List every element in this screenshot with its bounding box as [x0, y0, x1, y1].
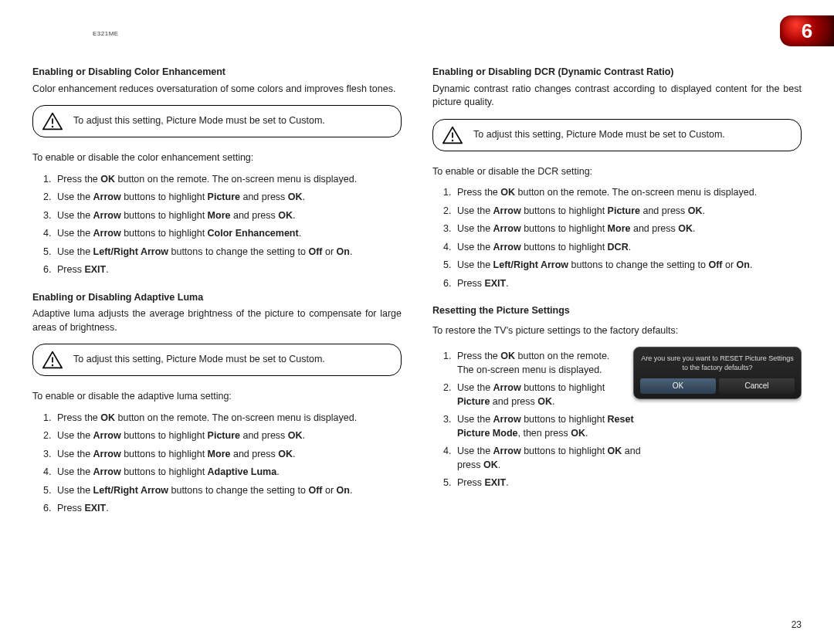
- note-box: To adjust this setting, Picture Mode mus…: [32, 105, 402, 137]
- dialog-buttons: OK Cancel: [640, 378, 795, 394]
- step: Press the OK button on the remote. The o…: [54, 412, 402, 425]
- step: Use the Arrow buttons to highlight Color…: [54, 227, 402, 241]
- warning-icon: [42, 351, 63, 369]
- svg-point-5: [52, 364, 53, 366]
- dialog-message: Are you sure you want to RESET Picture S…: [640, 354, 795, 372]
- heading-dcr: Enabling or Disabling DCR (Dynamic Contr…: [432, 66, 802, 80]
- heading-adaptive-luma: Enabling or Disabling Adaptive Luma: [32, 291, 402, 305]
- columns: Enabling or Disabling Color Enhancement …: [32, 66, 802, 530]
- step: Use the Arrow buttons to highlight More …: [54, 448, 402, 462]
- intro-text: Color enhancement reduces oversaturation…: [32, 83, 402, 97]
- page-number: 23: [792, 619, 802, 632]
- step: Use the Arrow buttons to highlight Reset…: [454, 413, 658, 440]
- step: Use the Arrow buttons to highlight Pictu…: [54, 429, 402, 443]
- intro-text: Adaptive luma adjusts the average bright…: [32, 307, 402, 334]
- step: Use the Arrow buttons to highlight Pictu…: [454, 381, 658, 408]
- lead-text: To enable or disable the DCR setting:: [432, 165, 802, 179]
- heading-color-enhancement: Enabling or Disabling Color Enhancement: [32, 66, 402, 80]
- dialog-cancel-button[interactable]: Cancel: [719, 378, 795, 394]
- heading-reset-picture: Resetting the Picture Settings: [432, 304, 802, 318]
- note-text: To adjust this setting, Picture Mode mus…: [73, 114, 325, 128]
- step: Use the Arrow buttons to highlight Pictu…: [454, 205, 802, 219]
- right-column: Enabling or Disabling DCR (Dynamic Contr…: [432, 66, 802, 530]
- warning-icon: [442, 126, 463, 144]
- intro-text: To restore the TV's picture settings to …: [432, 324, 802, 338]
- note-text: To adjust this setting, Picture Mode mus…: [73, 353, 325, 367]
- step: Use the Arrow buttons to highlight More …: [454, 222, 802, 236]
- model-number: E321ME: [93, 29, 119, 38]
- page: E321ME 6 Enabling or Disabling Color Enh…: [0, 0, 834, 644]
- svg-point-2: [52, 126, 53, 127]
- chapter-badge: 6: [780, 15, 834, 46]
- step: Use the Arrow buttons to highlight Pictu…: [54, 191, 402, 205]
- steps-list: Press the OK button on the remote. The o…: [432, 186, 802, 290]
- steps-list: Press the OK button on the remote. The o…: [32, 412, 402, 516]
- step: Press the OK button on the remote. The o…: [454, 186, 802, 200]
- step: Press EXIT.: [454, 277, 802, 291]
- step: Use the Left/Right Arrow buttons to chan…: [54, 484, 402, 498]
- lead-text: To enable or disable the adaptive luma s…: [32, 390, 402, 404]
- intro-text: Dynamic contrast ratio changes contrast …: [432, 83, 802, 110]
- step: Press EXIT.: [54, 502, 402, 516]
- note-text: To adjust this setting, Picture Mode mus…: [473, 128, 725, 142]
- steps-list: Press the OK button on the remote. The o…: [32, 173, 402, 277]
- svg-point-8: [452, 139, 453, 141]
- step: Press the OK button on the remote. The o…: [54, 173, 402, 187]
- step: Use the Arrow buttons to highlight Adapt…: [54, 466, 402, 480]
- step: Use the Arrow buttons to highlight OK an…: [454, 445, 658, 472]
- note-box: To adjust this setting, Picture Mode mus…: [32, 344, 402, 376]
- step: Use the Arrow buttons to highlight DCR.: [454, 241, 802, 255]
- lead-text: To enable or disable the color enhanceme…: [32, 151, 402, 165]
- note-box: To adjust this setting, Picture Mode mus…: [432, 119, 802, 151]
- reset-dialog: Are you sure you want to RESET Picture S…: [633, 347, 802, 399]
- step: Press the OK button on the remote. The o…: [454, 350, 658, 377]
- step: Press EXIT.: [454, 476, 658, 490]
- left-column: Enabling or Disabling Color Enhancement …: [32, 66, 402, 530]
- step: Press EXIT.: [54, 263, 402, 277]
- step: Use the Arrow buttons to highlight More …: [54, 209, 402, 223]
- warning-icon: [42, 112, 63, 130]
- dialog-ok-button[interactable]: OK: [640, 378, 716, 394]
- step: Use the Left/Right Arrow buttons to chan…: [454, 259, 802, 273]
- step: Use the Left/Right Arrow buttons to chan…: [54, 246, 402, 259]
